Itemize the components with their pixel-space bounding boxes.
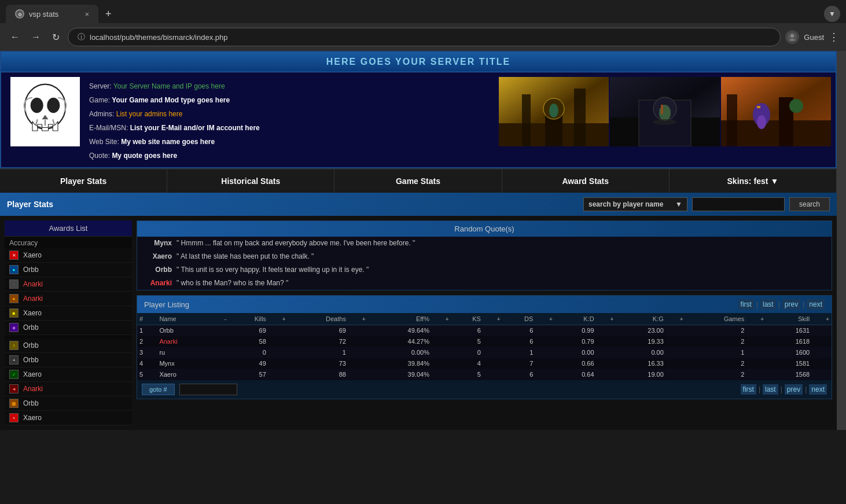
col-kg-plus[interactable]: + xyxy=(666,313,686,325)
player-stats-section-header: Player Stats search by player name ▼ sea… xyxy=(0,193,837,216)
server-info-left: Server: Your Server Name and IP goes her… xyxy=(1,72,494,167)
award-icon: ● xyxy=(9,294,19,303)
server-images xyxy=(494,72,836,167)
nav-award-stats[interactable]: Award Stats xyxy=(502,170,670,193)
listing-nav-bottom: first | last | prev | next xyxy=(741,384,827,395)
game-image-1 xyxy=(499,77,609,146)
col-games-plus[interactable]: + xyxy=(746,313,766,325)
nav-next-top[interactable]: next xyxy=(807,299,825,310)
list-item: ● Orbb xyxy=(5,263,132,277)
col-ds-plus[interactable]: + xyxy=(535,313,555,325)
nav-prev-top[interactable]: prev xyxy=(782,299,800,310)
nav-skins[interactable]: Skins: fest ▼ xyxy=(670,170,837,193)
server-details: Server: Your Server Name and IP goes her… xyxy=(89,77,260,163)
list-item: ▦ Orbb xyxy=(5,396,132,411)
col-skill[interactable]: Skill xyxy=(766,313,812,325)
quote-row-4: Anarki " who is the Man? who is the Man?… xyxy=(137,277,832,290)
col-ds[interactable]: DS xyxy=(503,313,536,325)
award-icon: + xyxy=(9,413,19,422)
tab-title: vsp stats xyxy=(29,10,58,19)
col-ks-plus[interactable]: + xyxy=(483,313,503,325)
search-dropdown[interactable]: search by player name ▼ xyxy=(583,197,687,211)
col-name[interactable]: Name xyxy=(157,313,212,325)
game-image-3 xyxy=(721,77,831,146)
scrollbar[interactable] xyxy=(837,51,846,430)
col-eff[interactable]: Eff% xyxy=(368,313,432,325)
tab-close-button[interactable]: × xyxy=(84,10,89,19)
new-tab-button[interactable]: + xyxy=(101,6,116,23)
award-icon: ● xyxy=(9,265,19,274)
col-rank[interactable]: # xyxy=(137,313,157,325)
svg-rect-22 xyxy=(721,120,831,146)
list-item: + Xaero xyxy=(5,411,132,425)
quote-value: My quote goes here xyxy=(112,152,177,160)
nav-last-bottom[interactable]: last xyxy=(763,384,778,395)
quote-row-3: Orbb " This unit is so very happy. It fe… xyxy=(137,263,832,277)
col-kills-plus[interactable]: + xyxy=(268,313,288,325)
profile-icon[interactable]: ▼ xyxy=(824,6,840,22)
server-logo xyxy=(10,77,80,146)
list-item: ■ Xaero xyxy=(5,306,132,321)
quote-text-4: " who is the Man? who is the Man? " xyxy=(176,279,827,287)
site-title: HERE GOES YOUR SERVER TITLE xyxy=(1,52,836,72)
player-name: Orbb xyxy=(23,266,39,274)
game-label: Game: xyxy=(89,96,110,104)
forward-button[interactable]: → xyxy=(28,30,44,45)
svg-point-25 xyxy=(757,115,766,129)
search-input[interactable] xyxy=(692,197,785,211)
nav-last-top[interactable]: last xyxy=(760,299,776,310)
game-value: Your Game and Mod type goes here xyxy=(112,96,230,104)
back-button[interactable]: ← xyxy=(7,30,23,45)
goto-input[interactable] xyxy=(179,384,237,395)
player-name: Orbb xyxy=(23,356,39,364)
nav-player-stats[interactable]: Player Stats xyxy=(0,170,167,193)
browser-menu-button[interactable]: ⋮ xyxy=(829,31,839,43)
col-kills[interactable]: Kills xyxy=(229,313,268,325)
col-dash[interactable]: - xyxy=(212,313,229,325)
col-deaths-plus[interactable]: + xyxy=(348,313,368,325)
nav-next-bottom[interactable]: next xyxy=(809,384,827,395)
goto-button[interactable]: goto # xyxy=(142,384,175,395)
main-area: Random Quote(s) Mynx " Hmmm ... flat on … xyxy=(137,220,832,425)
nav-historical-stats[interactable]: Historical Stats xyxy=(167,170,334,193)
award-icon: ✕ xyxy=(9,251,19,260)
svg-point-3 xyxy=(790,34,794,38)
nav-prev-bottom[interactable]: prev xyxy=(785,384,803,395)
list-item: ◈ Orbb xyxy=(5,321,132,335)
col-kd-plus[interactable]: + xyxy=(597,313,616,325)
search-dropdown-text: search by player name xyxy=(588,200,663,208)
browser-tab[interactable]: ⚙ vsp stats × xyxy=(6,5,98,23)
name-4[interactable]: Mynx xyxy=(157,358,212,369)
goto-left: goto # xyxy=(142,384,237,395)
col-deaths[interactable]: Deaths xyxy=(288,313,348,325)
table-row: 3 ru 0 1 0.00% 0 1 xyxy=(137,347,832,358)
refresh-button[interactable]: ↻ xyxy=(49,30,63,45)
content-area: Awards List Accuracy ✕ Xaero ● Orbb · An… xyxy=(0,216,837,430)
nav-first-top[interactable]: first xyxy=(738,299,754,310)
player-table: # Name - Kills + Deaths + Eff% + KS + xyxy=(137,313,832,380)
list-item: · Anarki xyxy=(5,277,132,292)
nav-first-bottom[interactable]: first xyxy=(741,384,756,395)
server-value: Your Server Name and IP goes here xyxy=(113,82,225,90)
col-games[interactable]: Games xyxy=(686,313,747,325)
player-name: Xaero xyxy=(23,251,42,259)
rank-4: 4 xyxy=(137,358,157,369)
nav-game-stats[interactable]: Game Stats xyxy=(334,170,502,193)
col-eff-plus[interactable]: + xyxy=(432,313,451,325)
email-label: E-Mail/MSN: xyxy=(89,124,128,132)
col-kd[interactable]: K:D xyxy=(555,313,597,325)
skins-dropdown-icon: ▼ xyxy=(770,176,778,186)
address-bar[interactable]: ⓘ localhost/pub/themes/bismarck/index.ph… xyxy=(68,28,781,46)
col-ks[interactable]: KS xyxy=(451,313,483,325)
name-1[interactable]: Orbb xyxy=(157,325,212,336)
name-2[interactable]: Anarki xyxy=(157,336,212,347)
listing-title: Player Listing xyxy=(144,300,189,309)
left-sidebar: Awards List Accuracy ✕ Xaero ● Orbb · An… xyxy=(5,220,132,425)
search-button[interactable]: search xyxy=(789,197,830,211)
col-skill-plus[interactable]: + xyxy=(812,313,832,325)
name-5[interactable]: Xaero xyxy=(157,369,212,380)
col-kg[interactable]: K:G xyxy=(616,313,666,325)
name-3[interactable]: ru xyxy=(157,347,212,358)
quote-text-3: " This unit is so very happy. It feels t… xyxy=(176,266,827,274)
profile-name: Guest xyxy=(804,33,824,42)
